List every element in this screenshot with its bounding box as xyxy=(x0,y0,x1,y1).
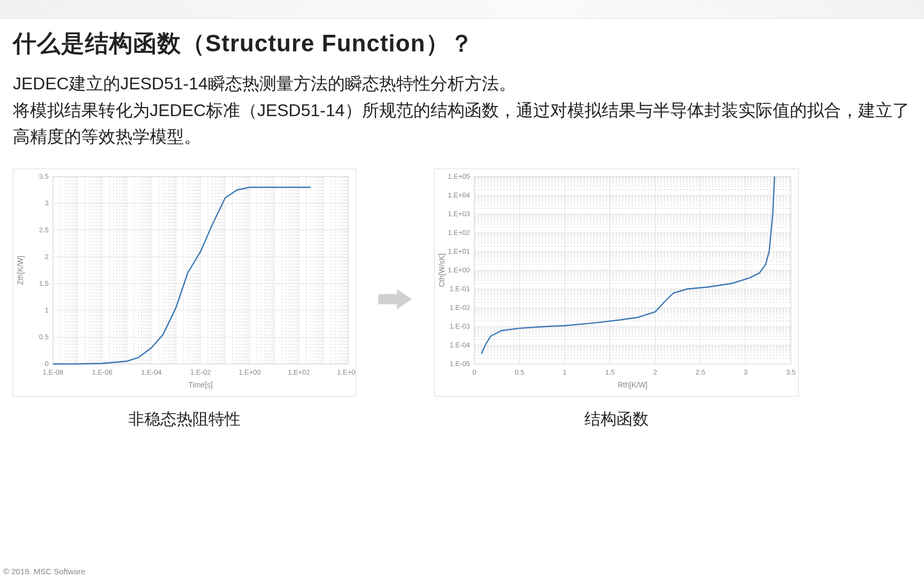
svg-text:0.5: 0.5 xyxy=(515,368,525,376)
svg-text:1: 1 xyxy=(563,368,567,376)
svg-text:0: 0 xyxy=(45,360,49,368)
left-chart-block: 1.E-081.E-061.E-041.E-021.E+001.E+021.E+… xyxy=(13,169,356,430)
svg-text:0: 0 xyxy=(472,368,476,376)
svg-text:1.5: 1.5 xyxy=(39,279,49,287)
svg-text:1.E-01: 1.E-01 xyxy=(450,285,470,293)
svg-text:3: 3 xyxy=(744,368,748,376)
copyright: © 2019. MSC Software xyxy=(3,567,86,576)
svg-text:1.E-06: 1.E-06 xyxy=(92,368,112,376)
svg-text:1.E+02: 1.E+02 xyxy=(288,368,310,376)
svg-text:1.E-04: 1.E-04 xyxy=(450,341,470,349)
svg-text:Rth[K/W]: Rth[K/W] xyxy=(618,381,648,389)
chart-row: 1.E-081.E-061.E-041.E-021.E+001.E+021.E+… xyxy=(13,169,911,430)
right-chart: 00.511.522.533.51.E-051.E-041.E-031.E-02… xyxy=(434,169,799,397)
body-text: JEDEC建立的JESD51-14瞬态热测量方法的瞬态热特性分析方法。将模拟结果… xyxy=(13,71,911,150)
svg-text:1.E-03: 1.E-03 xyxy=(450,322,470,330)
svg-text:1.E+05: 1.E+05 xyxy=(448,172,470,180)
left-caption: 非稳态热阻特性 xyxy=(128,408,241,430)
svg-text:3.5: 3.5 xyxy=(39,172,49,180)
svg-text:1.E+04: 1.E+04 xyxy=(448,191,470,199)
svg-text:1: 1 xyxy=(45,306,49,314)
svg-text:1.E-04: 1.E-04 xyxy=(141,368,161,376)
svg-text:1.E-05: 1.E-05 xyxy=(450,360,470,368)
svg-text:0.5: 0.5 xyxy=(39,333,49,341)
svg-text:Cth[W/sK]: Cth[W/sK] xyxy=(437,253,446,287)
svg-text:3: 3 xyxy=(45,199,49,207)
page-title: 什么是结构函数（Structure Function）？ xyxy=(13,28,911,58)
svg-text:1.E+04: 1.E+04 xyxy=(337,368,356,376)
svg-text:1.E+02: 1.E+02 xyxy=(448,229,470,237)
svg-text:1.E+00: 1.E+00 xyxy=(448,266,470,274)
svg-text:2.5: 2.5 xyxy=(39,226,49,234)
top-banner xyxy=(0,0,924,19)
svg-marker-135 xyxy=(378,289,412,309)
right-chart-block: 00.511.522.533.51.E-051.E-041.E-031.E-02… xyxy=(434,169,799,430)
svg-text:3.5: 3.5 xyxy=(786,368,796,376)
right-caption: 结构函数 xyxy=(584,408,649,430)
svg-text:Zth[K/W]: Zth[K/W] xyxy=(16,256,25,285)
svg-text:1.E-08: 1.E-08 xyxy=(43,368,63,376)
svg-text:1.E+00: 1.E+00 xyxy=(238,368,261,376)
svg-text:1.E+01: 1.E+01 xyxy=(448,247,470,255)
svg-text:1.E-02: 1.E-02 xyxy=(190,368,211,376)
svg-text:2: 2 xyxy=(45,253,49,261)
svg-text:1.E+03: 1.E+03 xyxy=(448,210,470,218)
svg-text:Time[s]: Time[s] xyxy=(188,381,212,389)
svg-text:1.5: 1.5 xyxy=(605,368,615,376)
svg-text:1.E-02: 1.E-02 xyxy=(450,303,470,311)
svg-text:2: 2 xyxy=(653,368,657,376)
arrow-icon xyxy=(378,289,413,309)
svg-text:2.5: 2.5 xyxy=(696,368,705,376)
left-chart: 1.E-081.E-061.E-041.E-021.E+001.E+021.E+… xyxy=(13,169,356,397)
